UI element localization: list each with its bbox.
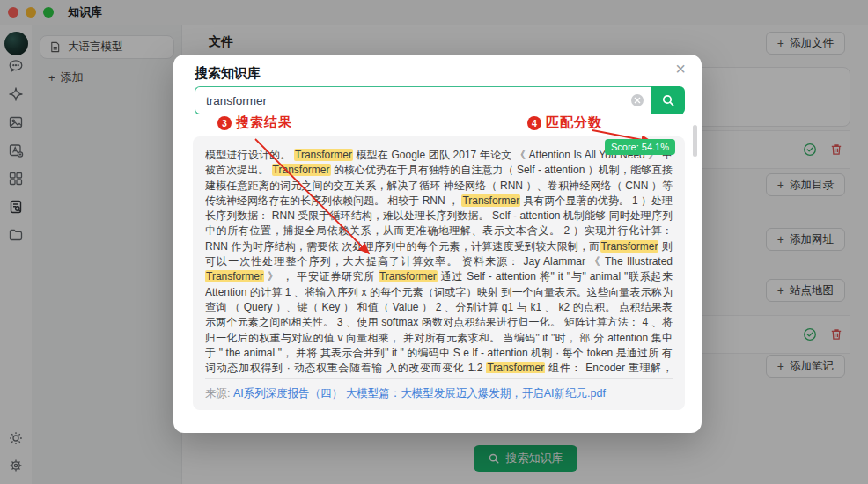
app-window: 知识库 bbox=[0, 0, 868, 484]
search-result-card: Score: 54.1% 模型进行设计的。 Transformer 模型在 Go… bbox=[193, 136, 685, 410]
close-icon[interactable]: × bbox=[675, 60, 686, 77]
modal-scrollbar-thumb[interactable] bbox=[693, 125, 697, 157]
annotation-number-badge: 4 bbox=[527, 116, 541, 130]
search-input[interactable] bbox=[195, 86, 651, 114]
clear-input-icon[interactable] bbox=[631, 94, 644, 106]
annotation-number-badge: 3 bbox=[217, 116, 232, 130]
search-row bbox=[195, 86, 685, 114]
search-modal: 搜索知识库 × 3 搜索结果 4 匹配分数 bbox=[173, 55, 702, 433]
result-text: 模型进行设计的。 Transformer 模型在 Google 团队 2017 … bbox=[205, 148, 673, 373]
source-line: 来源: AI系列深度报告（四） 大模型篇：大模型发展迈入爆发期，开启AI新纪元.… bbox=[205, 379, 673, 401]
score-badge: Score: 54.1% bbox=[605, 139, 675, 155]
source-link[interactable]: AI系列深度报告（四） 大模型篇：大模型发展迈入爆发期，开启AI新纪元.pdf bbox=[233, 387, 606, 400]
annotation-search-results: 3 搜索结果 bbox=[217, 114, 292, 131]
search-button[interactable] bbox=[651, 86, 685, 114]
search-icon bbox=[661, 93, 675, 107]
annotation-match-score: 4 匹配分数 bbox=[527, 114, 602, 131]
modal-title: 搜索知识库 bbox=[195, 65, 261, 82]
source-prefix: 来源: bbox=[205, 387, 230, 400]
